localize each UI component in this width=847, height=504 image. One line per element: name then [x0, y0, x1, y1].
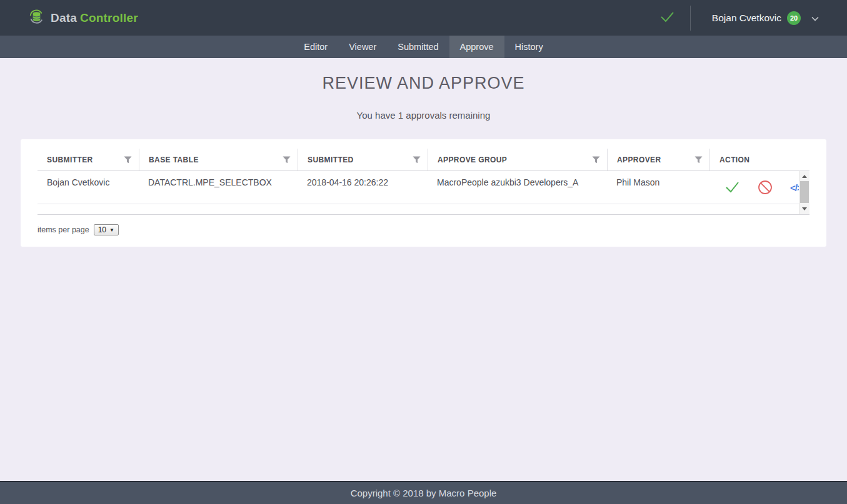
page-size-value: 10	[98, 225, 106, 234]
select-caret-icon: ▼	[109, 227, 114, 233]
chevron-down-icon	[811, 12, 819, 24]
column-label: SUBMITTED	[308, 156, 354, 164]
cell-approve-group: MacroPeople azukbi3 Developers_A	[428, 171, 607, 204]
reject-ban-icon[interactable]	[757, 179, 773, 195]
page-title: REVIEW AND APPROVE	[0, 58, 847, 93]
cell-submitter: Bojan Cvetkovic	[38, 171, 139, 204]
approvals-remaining-text: You have 1 approvals remaining	[0, 93, 847, 121]
cell-base-table: DATACTRL.MPE_SELECTBOX	[139, 171, 298, 204]
code-glyph-text: </>	[790, 182, 799, 193]
top-header: DataController Bojan Cvetkovic 20	[0, 0, 847, 36]
cell-approver: Phil Mason	[607, 171, 709, 204]
approvals-card: SUBMITTER BASE TABLE SUBMITTED APPROVE G…	[21, 139, 826, 247]
user-menu[interactable]: Bojan Cvetkovic 20	[712, 11, 819, 25]
column-label: BASE TABLE	[149, 156, 199, 164]
page-size-select[interactable]: 10 ▼	[94, 224, 119, 235]
brand-logo[interactable]: DataController	[0, 8, 138, 27]
approvals-count-badge: 20	[787, 11, 801, 25]
page-footer: Copyright © 2018 by Macro People	[0, 481, 847, 504]
tab-approve[interactable]: Approve	[449, 36, 504, 58]
view-code-icon[interactable]: </>	[790, 182, 799, 193]
scrollbar-thumb[interactable]	[800, 181, 809, 203]
brand-name: DataController	[51, 11, 138, 25]
filter-icon[interactable]	[283, 156, 291, 164]
column-header-base-table: BASE TABLE	[139, 149, 298, 170]
grid-pager: items per page 10 ▼	[38, 215, 809, 235]
brand-name-primary: Data	[51, 11, 77, 24]
filter-icon[interactable]	[124, 156, 132, 164]
column-header-approve-group: APPROVE GROUP	[428, 149, 607, 170]
tab-history[interactable]: History	[504, 36, 554, 58]
column-label: APPROVER	[617, 156, 661, 164]
brand-name-secondary: Controller	[80, 11, 138, 24]
column-label: ACTION	[719, 156, 749, 164]
vertical-scrollbar[interactable]	[799, 171, 809, 214]
app: DataController Bojan Cvetkovic 20 Editor…	[0, 0, 847, 504]
column-header-submitted: SUBMITTED	[298, 149, 428, 170]
cell-submitted: 2018-04-16 20:26:22	[298, 171, 428, 204]
main-nav: Editor Viewer Submitted Approve History	[0, 36, 847, 58]
column-header-submitter: SUBMITTER	[38, 149, 139, 170]
header-divider	[690, 6, 691, 31]
header-right: Bojan Cvetkovic 20	[658, 6, 847, 31]
tab-editor[interactable]: Editor	[293, 36, 338, 58]
empty-row	[38, 204, 799, 214]
tab-viewer[interactable]: Viewer	[338, 36, 387, 58]
approve-check-icon[interactable]	[724, 180, 740, 194]
tab-submitted[interactable]: Submitted	[387, 36, 449, 58]
filter-icon[interactable]	[413, 156, 421, 164]
column-header-action: ACTION	[709, 149, 799, 170]
column-label: SUBMITTER	[47, 156, 93, 164]
grid-body: Bojan Cvetkovic DATACTRL.MPE_SELECTBOX 2…	[38, 171, 809, 215]
cell-actions: </>	[709, 171, 799, 204]
main-content: REVIEW AND APPROVE You have 1 approvals …	[0, 58, 847, 481]
scroll-down-arrow-icon[interactable]	[799, 205, 809, 213]
table-row: Bojan Cvetkovic DATACTRL.MPE_SELECTBOX 2…	[38, 171, 799, 204]
column-header-approver: APPROVER	[607, 149, 709, 170]
approvals-grid: SUBMITTER BASE TABLE SUBMITTED APPROVE G…	[38, 149, 809, 235]
grid-header-row: SUBMITTER BASE TABLE SUBMITTED APPROVE G…	[38, 149, 809, 171]
copyright-text: Copyright © 2018 by Macro People	[351, 488, 497, 498]
column-label: APPROVE GROUP	[438, 156, 507, 164]
items-per-page-label: items per page	[38, 225, 89, 234]
filter-icon[interactable]	[592, 156, 600, 164]
filter-icon[interactable]	[694, 156, 703, 164]
header-status-check-icon[interactable]	[658, 9, 676, 27]
database-sync-icon	[28, 8, 45, 27]
scroll-up-arrow-icon[interactable]	[799, 172, 809, 180]
user-name: Bojan Cvetkovic	[712, 12, 781, 24]
